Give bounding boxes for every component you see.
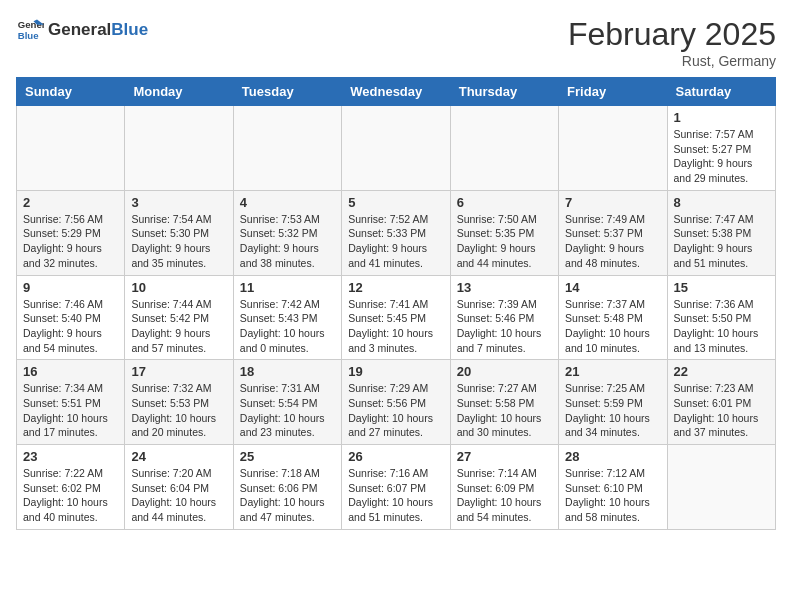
month-title: February 2025 — [568, 16, 776, 53]
day-number: 6 — [457, 195, 552, 210]
day-info: Sunrise: 7:41 AM Sunset: 5:45 PM Dayligh… — [348, 297, 443, 356]
day-number: 24 — [131, 449, 226, 464]
day-number: 9 — [23, 280, 118, 295]
calendar-cell — [450, 106, 558, 191]
day-info: Sunrise: 7:16 AM Sunset: 6:07 PM Dayligh… — [348, 466, 443, 525]
day-number: 20 — [457, 364, 552, 379]
day-info: Sunrise: 7:31 AM Sunset: 5:54 PM Dayligh… — [240, 381, 335, 440]
day-number: 3 — [131, 195, 226, 210]
calendar-cell: 28Sunrise: 7:12 AM Sunset: 6:10 PM Dayli… — [559, 445, 667, 530]
calendar-cell: 20Sunrise: 7:27 AM Sunset: 5:58 PM Dayli… — [450, 360, 558, 445]
day-number: 18 — [240, 364, 335, 379]
day-info: Sunrise: 7:27 AM Sunset: 5:58 PM Dayligh… — [457, 381, 552, 440]
calendar-cell: 26Sunrise: 7:16 AM Sunset: 6:07 PM Dayli… — [342, 445, 450, 530]
calendar-cell: 3Sunrise: 7:54 AM Sunset: 5:30 PM Daylig… — [125, 190, 233, 275]
logo-icon: General Blue — [16, 16, 44, 44]
day-info: Sunrise: 7:42 AM Sunset: 5:43 PM Dayligh… — [240, 297, 335, 356]
calendar-week-row: 23Sunrise: 7:22 AM Sunset: 6:02 PM Dayli… — [17, 445, 776, 530]
calendar-week-row: 2Sunrise: 7:56 AM Sunset: 5:29 PM Daylig… — [17, 190, 776, 275]
calendar-cell: 16Sunrise: 7:34 AM Sunset: 5:51 PM Dayli… — [17, 360, 125, 445]
calendar-cell: 11Sunrise: 7:42 AM Sunset: 5:43 PM Dayli… — [233, 275, 341, 360]
day-info: Sunrise: 7:18 AM Sunset: 6:06 PM Dayligh… — [240, 466, 335, 525]
location: Rust, Germany — [568, 53, 776, 69]
day-number: 19 — [348, 364, 443, 379]
day-number: 7 — [565, 195, 660, 210]
day-number: 25 — [240, 449, 335, 464]
page-header: General Blue General Blue February 2025 … — [16, 16, 776, 69]
day-number: 16 — [23, 364, 118, 379]
day-number: 23 — [23, 449, 118, 464]
calendar-cell: 17Sunrise: 7:32 AM Sunset: 5:53 PM Dayli… — [125, 360, 233, 445]
day-info: Sunrise: 7:54 AM Sunset: 5:30 PM Dayligh… — [131, 212, 226, 271]
calendar-cell: 22Sunrise: 7:23 AM Sunset: 6:01 PM Dayli… — [667, 360, 775, 445]
day-number: 8 — [674, 195, 769, 210]
calendar-week-row: 16Sunrise: 7:34 AM Sunset: 5:51 PM Dayli… — [17, 360, 776, 445]
calendar-cell — [17, 106, 125, 191]
calendar-cell — [125, 106, 233, 191]
calendar-cell: 21Sunrise: 7:25 AM Sunset: 5:59 PM Dayli… — [559, 360, 667, 445]
day-number: 5 — [348, 195, 443, 210]
day-info: Sunrise: 7:29 AM Sunset: 5:56 PM Dayligh… — [348, 381, 443, 440]
calendar-cell: 14Sunrise: 7:37 AM Sunset: 5:48 PM Dayli… — [559, 275, 667, 360]
day-info: Sunrise: 7:32 AM Sunset: 5:53 PM Dayligh… — [131, 381, 226, 440]
calendar-table: SundayMondayTuesdayWednesdayThursdayFrid… — [16, 77, 776, 530]
calendar-cell: 18Sunrise: 7:31 AM Sunset: 5:54 PM Dayli… — [233, 360, 341, 445]
calendar-cell: 2Sunrise: 7:56 AM Sunset: 5:29 PM Daylig… — [17, 190, 125, 275]
day-info: Sunrise: 7:25 AM Sunset: 5:59 PM Dayligh… — [565, 381, 660, 440]
calendar-cell: 24Sunrise: 7:20 AM Sunset: 6:04 PM Dayli… — [125, 445, 233, 530]
calendar-cell: 10Sunrise: 7:44 AM Sunset: 5:42 PM Dayli… — [125, 275, 233, 360]
day-number: 1 — [674, 110, 769, 125]
logo: General Blue General Blue — [16, 16, 148, 44]
calendar-cell: 6Sunrise: 7:50 AM Sunset: 5:35 PM Daylig… — [450, 190, 558, 275]
calendar-cell: 8Sunrise: 7:47 AM Sunset: 5:38 PM Daylig… — [667, 190, 775, 275]
day-info: Sunrise: 7:44 AM Sunset: 5:42 PM Dayligh… — [131, 297, 226, 356]
day-info: Sunrise: 7:34 AM Sunset: 5:51 PM Dayligh… — [23, 381, 118, 440]
calendar-cell: 27Sunrise: 7:14 AM Sunset: 6:09 PM Dayli… — [450, 445, 558, 530]
calendar-week-row: 1Sunrise: 7:57 AM Sunset: 5:27 PM Daylig… — [17, 106, 776, 191]
header-thursday: Thursday — [450, 78, 558, 106]
day-number: 28 — [565, 449, 660, 464]
calendar-cell: 13Sunrise: 7:39 AM Sunset: 5:46 PM Dayli… — [450, 275, 558, 360]
day-info: Sunrise: 7:20 AM Sunset: 6:04 PM Dayligh… — [131, 466, 226, 525]
day-number: 22 — [674, 364, 769, 379]
calendar-cell: 4Sunrise: 7:53 AM Sunset: 5:32 PM Daylig… — [233, 190, 341, 275]
day-number: 11 — [240, 280, 335, 295]
header-tuesday: Tuesday — [233, 78, 341, 106]
day-info: Sunrise: 7:14 AM Sunset: 6:09 PM Dayligh… — [457, 466, 552, 525]
day-number: 26 — [348, 449, 443, 464]
day-number: 27 — [457, 449, 552, 464]
calendar-cell — [342, 106, 450, 191]
day-number: 21 — [565, 364, 660, 379]
calendar-cell: 7Sunrise: 7:49 AM Sunset: 5:37 PM Daylig… — [559, 190, 667, 275]
day-number: 12 — [348, 280, 443, 295]
day-info: Sunrise: 7:53 AM Sunset: 5:32 PM Dayligh… — [240, 212, 335, 271]
day-number: 17 — [131, 364, 226, 379]
calendar-cell — [667, 445, 775, 530]
calendar-cell: 19Sunrise: 7:29 AM Sunset: 5:56 PM Dayli… — [342, 360, 450, 445]
calendar-header-row: SundayMondayTuesdayWednesdayThursdayFrid… — [17, 78, 776, 106]
title-area: February 2025 Rust, Germany — [568, 16, 776, 69]
header-monday: Monday — [125, 78, 233, 106]
calendar-cell: 9Sunrise: 7:46 AM Sunset: 5:40 PM Daylig… — [17, 275, 125, 360]
day-info: Sunrise: 7:37 AM Sunset: 5:48 PM Dayligh… — [565, 297, 660, 356]
day-number: 14 — [565, 280, 660, 295]
logo-general: General — [48, 20, 111, 40]
day-info: Sunrise: 7:36 AM Sunset: 5:50 PM Dayligh… — [674, 297, 769, 356]
calendar-cell: 25Sunrise: 7:18 AM Sunset: 6:06 PM Dayli… — [233, 445, 341, 530]
day-info: Sunrise: 7:47 AM Sunset: 5:38 PM Dayligh… — [674, 212, 769, 271]
calendar-cell — [233, 106, 341, 191]
calendar-cell: 5Sunrise: 7:52 AM Sunset: 5:33 PM Daylig… — [342, 190, 450, 275]
day-info: Sunrise: 7:46 AM Sunset: 5:40 PM Dayligh… — [23, 297, 118, 356]
day-info: Sunrise: 7:50 AM Sunset: 5:35 PM Dayligh… — [457, 212, 552, 271]
calendar-cell: 1Sunrise: 7:57 AM Sunset: 5:27 PM Daylig… — [667, 106, 775, 191]
header-friday: Friday — [559, 78, 667, 106]
calendar-cell: 23Sunrise: 7:22 AM Sunset: 6:02 PM Dayli… — [17, 445, 125, 530]
calendar-cell: 12Sunrise: 7:41 AM Sunset: 5:45 PM Dayli… — [342, 275, 450, 360]
header-sunday: Sunday — [17, 78, 125, 106]
day-number: 10 — [131, 280, 226, 295]
day-info: Sunrise: 7:39 AM Sunset: 5:46 PM Dayligh… — [457, 297, 552, 356]
day-number: 2 — [23, 195, 118, 210]
calendar-cell — [559, 106, 667, 191]
day-number: 13 — [457, 280, 552, 295]
day-info: Sunrise: 7:22 AM Sunset: 6:02 PM Dayligh… — [23, 466, 118, 525]
